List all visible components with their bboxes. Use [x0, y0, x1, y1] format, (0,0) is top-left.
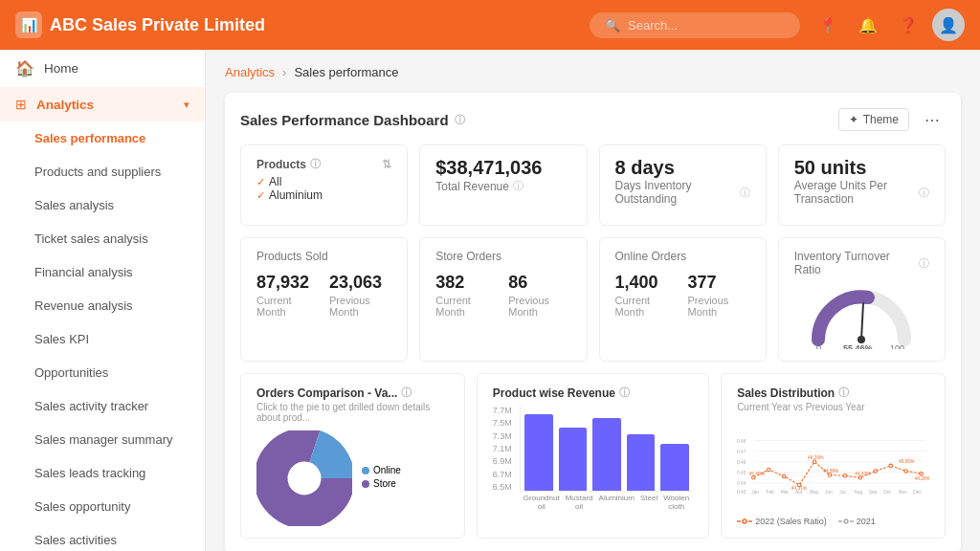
theme-button[interactable]: ✦ Theme: [838, 108, 909, 131]
kpi-units-info[interactable]: ⓘ: [919, 186, 929, 200]
sidebar-label-activity-tracker: Sales activity tracker: [34, 399, 148, 413]
chart-pie-subtitle: Click to the pie to get drilled down det…: [256, 402, 449, 423]
dashboard-header: Sales Performance Dashboard ⓘ ✦ Theme ⋯: [240, 108, 946, 131]
pie-chart-svg[interactable]: 20.34 79: [256, 430, 352, 526]
kpi-days-inventory: 8 days Days Inventory Outstanding ⓘ: [599, 144, 767, 226]
search-bar[interactable]: 🔍: [590, 12, 800, 38]
metric-store-current-label: Current Month: [435, 295, 493, 318]
chart-line-info[interactable]: ⓘ: [838, 386, 849, 400]
search-input[interactable]: [628, 18, 781, 33]
legend-store: Store: [362, 478, 401, 489]
bar-x-labels: Groundnut oil Mustard oil Aluminium Stee…: [520, 492, 693, 513]
gauge-info-icon[interactable]: ⓘ: [919, 256, 929, 271]
svg-text:Mar: Mar: [781, 490, 790, 495]
legend-dot-store: [362, 480, 369, 488]
chevron-down-icon: ▾: [184, 99, 189, 111]
svg-text:Feb: Feb: [767, 490, 775, 495]
kpi-days-info[interactable]: ⓘ: [740, 186, 750, 200]
gauge-card: Inventory Turnover Ratio ⓘ: [778, 237, 946, 362]
svg-text:45.91%: 45.91%: [899, 459, 915, 464]
sidebar-item-sales-performance[interactable]: Sales performance: [0, 121, 205, 155]
svg-text:Sep: Sep: [869, 490, 878, 495]
sidebar-home-label: Home: [44, 61, 78, 76]
more-button[interactable]: ⋯: [919, 109, 946, 131]
metric-store-current-num: 382: [435, 273, 493, 293]
sidebar-item-financial[interactable]: Financial analysis: [0, 255, 205, 289]
metrics-row: Products Sold 87,932 Current Month 23,06…: [240, 237, 946, 362]
y-label-3: 7.3M: [493, 431, 512, 441]
svg-text:45.40%: 45.40%: [749, 472, 766, 476]
chart-line-title: Sales Distribution ⓘ: [737, 386, 929, 400]
kpi-total-revenue: $38,471,036 Total Revenue ⓘ: [419, 144, 587, 226]
sidebar-item-home[interactable]: 🏠 Home: [0, 50, 205, 87]
chart-sales-distribution: Sales Distribution ⓘ Current Year vs Pre…: [721, 373, 946, 539]
breadcrumb-separator: ›: [282, 65, 286, 79]
x-label-woolen: Woolen cloth: [663, 494, 689, 511]
svg-text:44.42%: 44.42%: [855, 472, 871, 476]
svg-line-0: [861, 303, 863, 340]
metric-online-title: Online Orders: [615, 250, 750, 263]
y-label-2: 7.5M: [493, 418, 512, 428]
bar-chart-bars[interactable]: [520, 406, 693, 492]
dashboard-actions: ✦ Theme ⋯: [838, 108, 946, 131]
app-logo: 📊 ABC Sales Private Limited: [15, 11, 578, 38]
legend-2022: 2022 (Sales Ratio): [737, 517, 827, 526]
sidebar-item-ticket-sales[interactable]: Ticket sales analysis: [0, 222, 205, 255]
svg-text:100: 100: [890, 343, 904, 349]
sidebar-item-leads-tracking[interactable]: Sales leads tracking: [0, 456, 205, 490]
sidebar-item-analytics[interactable]: ⊞ Analytics ▾: [0, 87, 205, 121]
metric-products-previous: 23,063 Previous Month: [329, 273, 391, 318]
metric-products-title: Products Sold: [256, 250, 391, 263]
filter-info-icon[interactable]: ⓘ: [310, 157, 321, 171]
chart-bar-title: Product wise Revenue ⓘ: [493, 386, 693, 400]
sidebar-label-products-suppliers: Products and suppliers: [34, 165, 161, 179]
sidebar-item-sales-kpi[interactable]: Sales KPI: [0, 322, 205, 356]
kpi-units-label: Average Units Per Transaction ⓘ: [794, 179, 929, 206]
line-legend: 2022 (Sales Ratio) 2021: [737, 517, 929, 526]
sidebar-item-products-suppliers[interactable]: Products and suppliers: [0, 155, 205, 188]
legend-2022-label: 2022 (Sales Ratio): [755, 517, 827, 526]
metric-products-current: 87,932 Current Month: [256, 273, 314, 318]
chart-pie-info[interactable]: ⓘ: [401, 386, 412, 400]
metric-store-previous-label: Previous Month: [508, 295, 570, 318]
sidebar-label-ticket-sales: Ticket sales analysis: [34, 231, 148, 246]
bar-groundnut: [524, 414, 553, 491]
sidebar-item-activity-tracker[interactable]: Sales activity tracker: [0, 389, 205, 423]
sidebar-item-sales-opportunity[interactable]: Sales opportunity: [0, 490, 205, 523]
sidebar-item-revenue[interactable]: Revenue analysis: [0, 289, 205, 322]
help-icon[interactable]: ❓: [892, 9, 924, 41]
breadcrumb-parent[interactable]: Analytics: [225, 65, 275, 79]
metric-store-previous: 86 Previous Month: [508, 273, 570, 318]
logo-icon: 📊: [15, 11, 42, 38]
filter-check-aluminium[interactable]: ✓ Aluminium: [256, 188, 391, 202]
sidebar-item-manager-summary[interactable]: Sales manager summary: [0, 423, 205, 456]
metric-online-current-num: 1,400: [615, 273, 673, 293]
kpi-revenue-info[interactable]: ⓘ: [513, 179, 523, 193]
avatar[interactable]: 👤: [932, 9, 965, 41]
dashboard-info-icon[interactable]: ⓘ: [455, 113, 465, 127]
dashboard-title: Sales Performance Dashboard ⓘ: [240, 112, 465, 128]
svg-text:79: 79: [300, 482, 309, 492]
bell-icon[interactable]: 🔔: [852, 9, 884, 41]
kpi-days-value: 8 days: [615, 157, 750, 179]
sidebar-label-leads-tracking: Sales leads tracking: [34, 466, 145, 480]
sidebar-item-sales-analysis[interactable]: Sales analysis: [0, 188, 205, 222]
chart-bar-info[interactable]: ⓘ: [619, 386, 630, 400]
sidebar-label-revenue: Revenue analysis: [34, 298, 133, 313]
svg-text:0.46: 0.46: [737, 460, 746, 465]
breadcrumb-current: Sales performance: [294, 65, 398, 79]
metric-products-values: 87,932 Current Month 23,063 Previous Mon…: [256, 273, 391, 318]
sidebar-item-sales-activities[interactable]: Sales activities: [0, 523, 205, 551]
location-icon[interactable]: 📍: [812, 9, 844, 41]
sidebar-label-opportunities: Opportunities: [34, 365, 108, 380]
metric-store-title: Store Orders: [435, 250, 570, 263]
legend-dot-online: [362, 467, 369, 474]
y-label-7: 6.5M: [493, 482, 512, 492]
svg-text:44.58%: 44.58%: [823, 469, 839, 474]
svg-text:0: 0: [816, 343, 821, 349]
filter-check-all[interactable]: ✓ All: [256, 175, 391, 188]
dot-jul: [843, 474, 846, 477]
svg-text:0.48: 0.48: [737, 439, 746, 444]
sidebar-item-opportunities[interactable]: Opportunities: [0, 356, 205, 389]
metric-online-current: 1,400 Current Month: [615, 273, 673, 318]
